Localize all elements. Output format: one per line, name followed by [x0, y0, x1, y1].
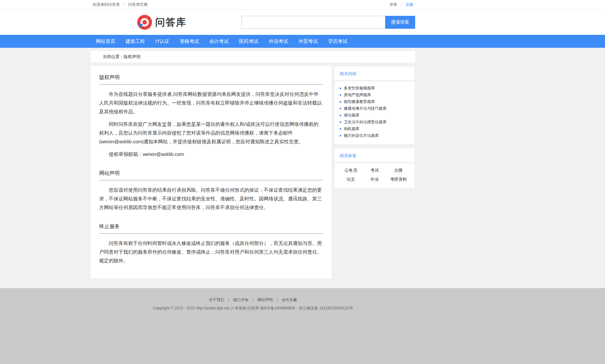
paragraph: 您应该对使用问答库的结果自行承担风险。问答库不做任何形式的保证：不保证查找结果满…	[99, 186, 323, 212]
related-list-item: 房地产抵押题库	[340, 92, 411, 98]
search-input[interactable]	[241, 16, 385, 29]
header: 问答库 搜索答案	[0, 10, 605, 35]
section-site-statement: 网站声明 您应该对使用问答库的结果自行承担风险。问答库不做任何形式的保证：不保证…	[99, 170, 323, 212]
tag-link[interactable]: 公务员	[339, 167, 363, 174]
related-link[interactable]: 绪论题库	[344, 112, 359, 119]
related-list-item: 健康传播方法与技巧题库	[340, 105, 411, 112]
main-area: 版权声明 作为在线题目分享服务提供者,问答库网站数据资源均来自网友提供，问答库坚…	[91, 66, 415, 278]
bullet-dot-icon	[340, 94, 341, 96]
breadcrumb-label: 当前位置：	[103, 54, 124, 59]
related-list: 多发性骨髓瘤题库 房地产抵押题库 医院健康教育题库 健康传播方法	[334, 81, 415, 144]
topbar-right: 登录 | 注册	[389, 2, 413, 7]
main-nav: 网站首页建筑工程IT认证资格考试会计考试医药考试外语考试外贸考试学历考试	[0, 35, 605, 48]
related-link[interactable]: 房地产抵押题库	[344, 92, 371, 98]
related-link[interactable]: 腧穴的定位方法题库	[344, 132, 379, 139]
bullet-dot-icon	[340, 115, 341, 116]
bullet-dot-icon	[340, 135, 341, 136]
related-content-title: 相关内容	[334, 66, 415, 81]
bullet-dot-icon	[340, 101, 341, 103]
related-list-item: 绪论题库	[340, 112, 411, 119]
footer: 关于我们接口开放网站声明合作共赢 Copyright © 2013 - 2021…	[0, 288, 605, 364]
footer-link[interactable]: 网站声明	[257, 298, 282, 302]
section-paragraphs: 您应该对使用问答库的结果自行承担风险。问答库不做任何形式的保证：不保证查找结果满…	[99, 186, 323, 212]
related-link[interactable]: 卫生法中的法律责任题库	[344, 119, 386, 126]
topbar: 欢迎来到问答库 | 问答库官网 登录 | 注册	[0, 0, 605, 10]
nav-item[interactable]: 建筑工程	[120, 35, 150, 48]
logo-text: 问答库	[155, 16, 186, 29]
nav-item[interactable]: 外语考试	[263, 35, 293, 48]
section-title: 网站声明	[99, 170, 323, 180]
tag-link[interactable]: 尔雅	[386, 167, 410, 174]
tags-grid: 公务员考试尔雅论文作业考研资料	[334, 163, 415, 188]
nav-item[interactable]: 会计考试	[204, 35, 234, 48]
related-list-item: 卫生法中的法律责任题库	[340, 119, 411, 126]
tag-link[interactable]: 考试	[363, 167, 387, 174]
related-link[interactable]: 健康传播方法与技巧题库	[344, 105, 386, 112]
logo-q-icon	[137, 15, 152, 30]
bullet-dot-icon	[340, 121, 341, 123]
section-title: 终止服务	[99, 223, 323, 234]
section-paragraphs: 问答库有权于任何时间暂时或永久修改或终止我们的服务（或其任何部分），而无论其通知…	[99, 239, 323, 265]
nav-item[interactable]: 学历考试	[323, 35, 353, 48]
divider: |	[123, 2, 124, 7]
footer-links: 关于我们接口开放网站声明合作共赢	[91, 297, 415, 303]
related-list-item: 病机题库	[340, 126, 411, 132]
nav-item[interactable]: 外贸考试	[293, 35, 323, 48]
nav-list: 网站首页建筑工程IT认证资格考试会计考试医药考试外语考试外贸考试学历考试	[91, 35, 415, 48]
section-paragraphs: 作为在线题目分享服务提供者,问答库网站数据资源均来自网友提供，问答库坚决反对任何…	[99, 90, 323, 158]
breadcrumb: 当前位置：版权声明	[91, 51, 415, 63]
paragraph: 同时问答库欢迎广大网友监督，如果您是某一题目的著作权人和/或依法可以行使信息网络…	[99, 120, 323, 146]
register-link[interactable]: 注册	[405, 2, 413, 7]
paragraph: 问答库有权于任何时间暂时或永久修改或终止我们的服务（或其任何部分），而无论其通知…	[99, 239, 323, 265]
login-link[interactable]: 登录	[389, 2, 397, 7]
search-button[interactable]: 搜索答案	[385, 16, 415, 29]
breadcrumb-current: 版权声明	[124, 54, 140, 59]
tag-link[interactable]: 论文	[339, 176, 363, 183]
related-link[interactable]: 医院健康教育题库	[344, 98, 375, 105]
tag-link[interactable]: 作业	[363, 176, 387, 183]
logo[interactable]: 问答库	[137, 15, 186, 30]
sidebar: 相关内容 多发性骨髓瘤题库 房地产抵押题库 医院健康教育题	[334, 66, 415, 188]
paragraph: 作为在线题目分享服务提供者,问答库网站数据资源均来自网友提供，问答库坚决反对任何…	[99, 90, 323, 116]
nav-item[interactable]: 医药考试	[234, 35, 263, 48]
content-card: 版权声明 作为在线题目分享服务提供者,问答库网站数据资源均来自网友提供，问答库坚…	[91, 66, 332, 278]
related-list-item: 多发性骨髓瘤题库	[340, 85, 411, 92]
section-termination: 终止服务 问答库有权于任何时间暂时或永久修改或终止我们的服务（或其任何部分），而…	[99, 223, 323, 265]
footer-link[interactable]: 合作共赢	[282, 298, 297, 302]
divider: |	[401, 2, 402, 7]
footer-link[interactable]: 接口开放	[233, 298, 257, 302]
related-list-item: 医院健康教育题库	[340, 98, 411, 105]
bullet-dot-icon	[340, 108, 341, 109]
nav-item[interactable]: 网站首页	[91, 35, 120, 48]
related-list-item: 腧穴的定位方法题库	[340, 132, 411, 139]
nav-item[interactable]: IT认证	[150, 35, 174, 48]
copyright-text: Copyright © 2013 - 2021 http://asklib.8y…	[91, 306, 415, 311]
bullet-dot-icon	[340, 87, 341, 89]
tag-link[interactable]: 考研资料	[386, 176, 410, 183]
welcome-text: 欢迎来到问答库	[93, 2, 120, 7]
topbar-left: 欢迎来到问答库 | 问答库官网	[93, 2, 148, 7]
section-title: 版权声明	[99, 74, 323, 85]
search-bar: 搜索答案	[241, 16, 415, 29]
nav-item[interactable]: 资格考试	[174, 35, 204, 48]
bullet-dot-icon	[340, 128, 341, 130]
related-content-card: 相关内容 多发性骨髓瘤题库 房地产抵押题库 医院健康教育题	[334, 66, 415, 145]
related-tags-card: 相关标签 公务员考试尔雅论文作业考研资料	[334, 148, 415, 188]
official-site-link[interactable]: 问答库官网	[128, 2, 148, 7]
footer-link[interactable]: 关于我们	[209, 298, 233, 302]
related-tags-title: 相关标签	[334, 148, 415, 163]
related-link[interactable]: 多发性骨髓瘤题库	[344, 85, 375, 92]
related-link[interactable]: 病机题库	[344, 126, 359, 132]
paragraph: 侵权举报邮箱：weixin@asklib.com	[99, 150, 323, 158]
section-copyright: 版权声明 作为在线题目分享服务提供者,问答库网站数据资源均来自网友提供，问答库坚…	[99, 74, 323, 158]
